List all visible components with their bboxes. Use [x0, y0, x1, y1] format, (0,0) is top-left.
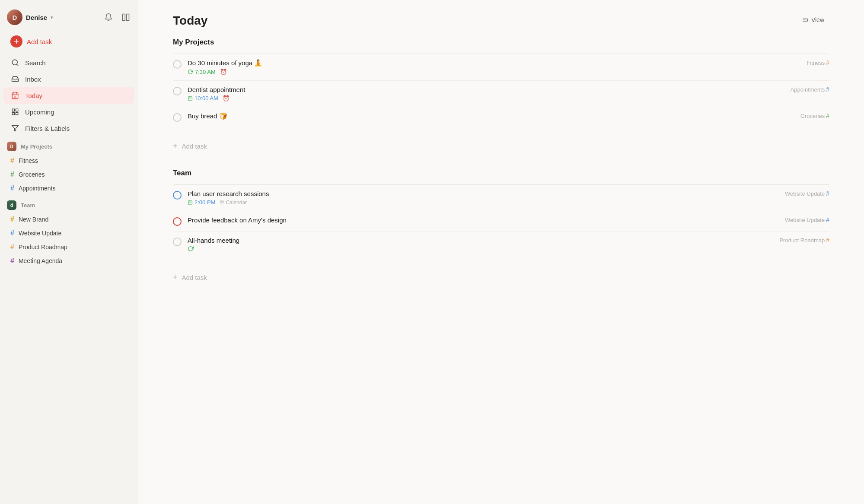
team-avatar: d	[7, 200, 16, 210]
project-label-meeting-agenda: Meeting Agenda	[19, 257, 62, 264]
sidebar-item-search[interactable]: Search	[3, 54, 134, 71]
hash-icon-project-feedback: #	[826, 216, 829, 223]
task-checkbox-feedback[interactable]	[173, 217, 182, 226]
sidebar-item-website-update[interactable]: # Website Update	[3, 226, 134, 240]
my-projects-section-title: My Projects	[173, 38, 214, 47]
view-btn-label: View	[811, 16, 824, 23]
location-icon-research	[220, 200, 224, 205]
svg-point-26	[222, 201, 223, 203]
task-name-dentist: Dentist appointment	[188, 86, 782, 93]
task-checkbox-bread[interactable]	[173, 113, 182, 122]
hash-icon-project-bread: #	[826, 112, 829, 119]
sidebar-item-appointments[interactable]: # Appointments	[3, 181, 134, 195]
task-content-research: Plan user research sessions 2:00 PM Cale…	[188, 190, 776, 206]
add-task-button[interactable]: + Add task	[3, 32, 134, 51]
avatar: D	[7, 10, 22, 25]
chevron-down-icon: ▾	[51, 15, 53, 20]
team-section-label: d Team	[0, 195, 138, 212]
filter-icon	[10, 124, 20, 133]
my-projects-task-list: Do 30 minutes of yoga 🧘 7:30 AM ⏰ Fitnes…	[173, 54, 829, 127]
task-project-feedback: Website Update #	[776, 216, 829, 223]
sidebar: D Denise ▾ + Add task	[0, 0, 138, 504]
header-icons	[103, 12, 131, 22]
svg-rect-18	[188, 97, 192, 101]
user-name: Denise	[26, 14, 47, 21]
task-content-bread: Buy bread 🍞	[188, 112, 792, 122]
notification-bell-button[interactable]	[103, 12, 114, 22]
task-checkbox-research[interactable]	[173, 191, 182, 200]
plus-icon-my-projects: +	[173, 142, 178, 151]
task-project-dentist: Appointments #	[782, 86, 829, 93]
my-projects-label-text: My Projects	[21, 143, 52, 150]
task-meta-yoga: 7:30 AM ⏰	[188, 69, 798, 75]
task-time-dentist: 10:00 AM	[188, 95, 218, 101]
task-time-yoga: 7:30 AM	[188, 69, 216, 75]
task-content-yoga: Do 30 minutes of yoga 🧘 7:30 AM ⏰	[188, 59, 798, 75]
sidebar-header: D Denise ▾	[0, 7, 138, 32]
hash-icon-project-allhands: #	[826, 237, 829, 244]
sidebar-item-groceries[interactable]: # Groceries	[3, 168, 134, 181]
task-project-bread: Groceries #	[792, 112, 829, 119]
sidebar-item-label-search: Search	[25, 59, 46, 67]
add-task-team[interactable]: + Add task	[173, 269, 829, 286]
table-row: Plan user research sessions 2:00 PM Cale…	[173, 185, 829, 211]
today-calendar-icon: 21	[10, 91, 20, 100]
task-project-allhands: Product Roadmap #	[771, 237, 829, 244]
task-content-allhands: All-hands meeting	[188, 237, 771, 253]
sidebar-item-new-brand[interactable]: # New Brand	[3, 212, 134, 226]
table-row: All-hands meeting Product Roadmap #	[173, 231, 829, 258]
svg-rect-0	[123, 14, 125, 21]
task-checkbox-dentist[interactable]	[173, 87, 182, 95]
hash-icon-groceries: #	[10, 171, 14, 178]
sidebar-item-upcoming[interactable]: Upcoming	[3, 104, 134, 120]
team-task-list: Plan user research sessions 2:00 PM Cale…	[173, 185, 829, 258]
inbox-icon	[10, 74, 20, 84]
my-projects-avatar: D	[7, 142, 16, 151]
sidebar-item-meeting-agenda[interactable]: # Meeting Agenda	[3, 254, 134, 268]
hash-icon-project-yoga: #	[826, 59, 829, 66]
user-info[interactable]: D Denise ▾	[7, 10, 53, 25]
hash-icon-website-update: #	[10, 229, 14, 237]
table-row: Provide feedback on Amy's design Website…	[173, 211, 829, 231]
main-content: Today View My Projects Do 30 minutes of …	[138, 0, 864, 504]
svg-text:21: 21	[14, 95, 16, 98]
hash-icon-product-roadmap: #	[10, 243, 14, 251]
layout-toggle-button[interactable]	[121, 12, 131, 22]
task-checkbox-yoga[interactable]	[173, 60, 182, 69]
sidebar-item-filters[interactable]: Filters & Labels	[3, 120, 134, 136]
task-content-feedback: Provide feedback on Amy's design	[188, 216, 776, 225]
add-task-label: Add task	[27, 38, 52, 45]
hash-icon-fitness: #	[10, 157, 14, 165]
hash-icon-appointments: #	[10, 184, 14, 192]
task-name-allhands: All-hands meeting	[188, 237, 771, 244]
table-row: Buy bread 🍞 Groceries #	[173, 107, 829, 127]
team-group: Team Plan user research sessions 2:00 PM	[173, 169, 829, 286]
sidebar-item-fitness[interactable]: # Fitness	[3, 154, 134, 168]
task-project-research: Website Update #	[776, 190, 829, 197]
svg-rect-22	[188, 201, 192, 205]
team-group-header: Team	[173, 169, 829, 184]
task-project-yoga: Fitness #	[798, 59, 829, 66]
view-button[interactable]: View	[797, 14, 829, 26]
search-icon	[10, 58, 20, 67]
table-row: Do 30 minutes of yoga 🧘 7:30 AM ⏰ Fitnes…	[173, 54, 829, 81]
sidebar-item-label-today: Today	[25, 92, 42, 99]
table-row: Dentist appointment 10:00 AM ⏰ Appointme…	[173, 81, 829, 107]
sidebar-item-inbox[interactable]: Inbox	[3, 71, 134, 87]
team-section-title: Team	[173, 169, 191, 178]
svg-rect-1	[127, 14, 129, 21]
calendar-icon-research	[188, 200, 193, 205]
svg-marker-13	[12, 125, 19, 131]
sidebar-item-today[interactable]: 21 Today	[3, 87, 134, 104]
add-circle-icon: +	[10, 35, 22, 48]
recur-icon	[188, 69, 193, 75]
svg-rect-10	[16, 109, 18, 111]
hash-icon-project-research: #	[826, 190, 829, 197]
add-task-my-projects[interactable]: + Add task	[173, 137, 829, 155]
task-meta-allhands	[188, 246, 771, 253]
my-projects-group-header: My Projects	[173, 38, 829, 54]
project-label-appointments: Appointments	[19, 185, 56, 192]
sidebar-item-product-roadmap[interactable]: # Product Roadmap	[3, 240, 134, 254]
task-checkbox-allhands[interactable]	[173, 238, 182, 246]
calendar-label-research: Calendar	[220, 200, 247, 206]
